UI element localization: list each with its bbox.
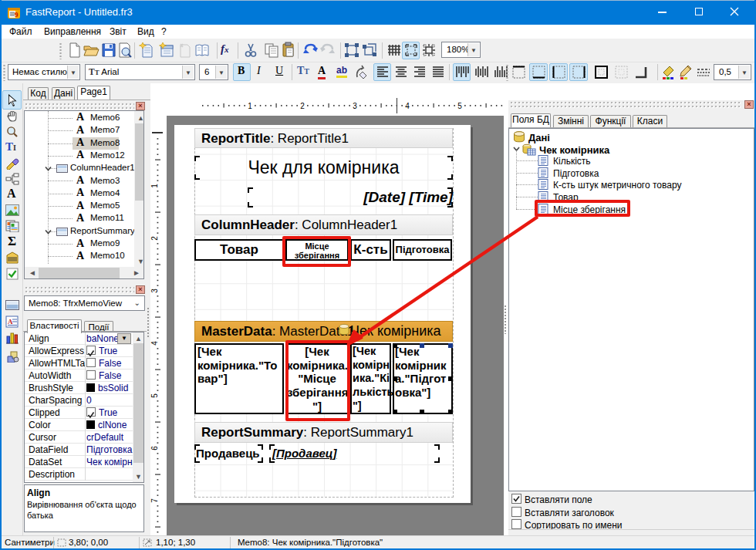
svg-text:A: A — [8, 318, 13, 326]
svg-text:4: 4 — [405, 102, 410, 110]
svg-text:2: 2 — [300, 102, 305, 110]
svg-text:1: 1 — [150, 184, 159, 188]
svg-text:5: 5 — [457, 102, 462, 110]
svg-text:7: 7 — [150, 498, 159, 503]
svg-text:1: 1 — [248, 102, 252, 110]
svg-text:3: 3 — [353, 102, 357, 110]
svg-text:3: 3 — [150, 288, 159, 293]
svg-text:2: 2 — [150, 236, 159, 241]
svg-text:6: 6 — [150, 446, 159, 450]
svg-text:5: 5 — [150, 393, 159, 398]
svg-text:4: 4 — [150, 341, 159, 346]
svg-text:9: 9 — [15, 11, 19, 19]
